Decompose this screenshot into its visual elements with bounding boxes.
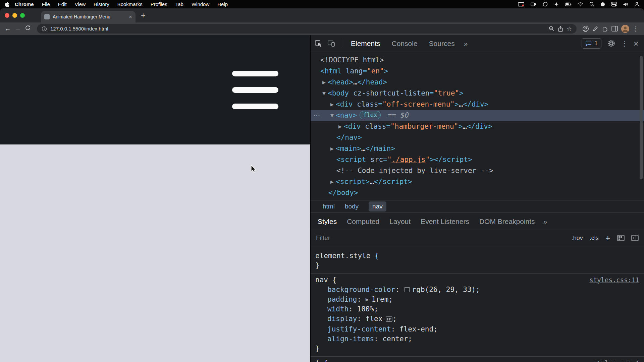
bookmark-star-icon[interactable]: ☆ [567,26,572,32]
hamburger-menu[interactable] [232,71,278,109]
css-property-name[interactable]: display [327,315,357,323]
close-window-button[interactable] [5,13,9,18]
css-property-value[interactable]: center [382,335,408,343]
expand-arrow-icon[interactable]: ▶ [328,176,336,187]
browser-menu-icon[interactable]: ⋮ [633,25,639,32]
fullscreen-window-button[interactable] [20,13,25,18]
dom-tree-row[interactable]: ▶<main>…</main> [311,143,644,154]
zoom-icon[interactable] [549,26,554,32]
search-icon[interactable] [589,2,594,7]
do-not-disturb-icon[interactable] [600,2,605,7]
menubar-item-tab[interactable]: Tab [175,1,183,7]
inspect-element-icon[interactable] [315,40,323,48]
dom-tree-row[interactable]: ▶<div class="hamburger-menu">…</div> [311,121,644,132]
apple-menu-icon[interactable] [5,2,9,7]
css-property-name[interactable]: padding [327,295,357,303]
device-toolbar-icon[interactable] [327,40,335,47]
tab-elements[interactable]: Elements [345,35,386,52]
tab-dom-breakpoints[interactable]: DOM Breakpoints [474,213,540,230]
screen-recording-icon[interactable] [518,2,525,7]
new-tab-button[interactable]: + [141,12,145,19]
dom-tree-row[interactable]: </body> [311,187,644,198]
control-center-icon[interactable] [611,2,617,7]
css-property-value[interactable]: flex-end [399,325,433,333]
flex-editor-icon[interactable] [386,315,392,324]
battery-icon[interactable] [565,2,572,6]
dom-tree-row[interactable]: ▶<div class="off-screen-menu">…</div> [311,99,644,110]
dom-tree-row[interactable]: <script src="./app.js"></script> [311,154,644,165]
tab-styles[interactable]: Styles [313,213,342,230]
expand-arrow-icon[interactable]: ▶ [336,121,344,132]
video-camera-icon[interactable] [531,2,537,7]
extensions-puzzle-icon[interactable] [602,25,608,32]
pencil-icon[interactable] [592,26,598,32]
css-property-value[interactable]: rgb(26, 29, 33) [412,286,476,294]
tab-console[interactable]: Console [386,35,423,52]
user-switch-icon[interactable] [634,2,639,7]
circle-app-icon[interactable] [543,2,548,7]
css-property-name[interactable]: align-items [327,335,374,343]
dom-tree-row[interactable]: ▶<head>…</head> [311,77,644,88]
css-property-name[interactable]: background-color [327,286,395,294]
css-property[interactable]: align-items: center; [315,334,639,344]
toggle-class-button[interactable]: .cls [590,235,599,242]
sparkle-icon[interactable] [554,2,559,7]
menubar-app-name[interactable]: Chrome [15,1,34,7]
menubar-item-profiles[interactable]: Profiles [151,1,167,7]
devtools-close-icon[interactable]: × [634,39,639,48]
css-property-value[interactable]: 1rem [372,295,389,303]
css-property[interactable]: width: 100%; [315,304,639,314]
toggle-hover-state-button[interactable]: :hov [572,235,583,242]
profile-circle-icon[interactable] [582,25,589,32]
settings-gear-icon[interactable] [607,40,615,47]
tab-layout[interactable]: Layout [384,213,416,230]
scrollbar-thumb[interactable] [640,56,643,179]
rendering-grid-icon[interactable] [617,235,625,241]
breadcrumb-nav[interactable]: nav [369,201,386,212]
dom-tree-row[interactable]: <html lang="en"> [311,66,644,77]
site-info-icon[interactable] [42,26,47,32]
css-property[interactable]: padding: ▶1rem; [315,295,639,304]
stylesheet-link[interactable]: styles.css:11 [589,275,639,285]
sidebar-toggle-icon[interactable] [631,235,639,241]
dom-tree-row[interactable]: ▼<body cz-shortcut-listen="true"> [311,88,644,99]
feedback-button[interactable]: 1 [582,38,601,49]
stylesheet-link[interactable]: styles.css:1 [593,358,639,362]
css-property-name[interactable]: justify-content [327,325,391,333]
forward-button[interactable]: → [13,25,23,33]
menubar-item-help[interactable]: Help [217,1,228,7]
css-property[interactable]: display: flex; [315,314,639,324]
css-property[interactable]: justify-content: flex-end; [315,324,639,334]
css-property-value[interactable]: flex [366,315,383,323]
breadcrumb-html[interactable]: html [323,203,335,210]
css-property-value[interactable]: 100% [357,305,374,313]
url-text[interactable]: 127.0.0.1:5500/index.html [50,26,545,32]
css-property[interactable]: background-color: rgb(26, 29, 33); [315,285,639,295]
new-style-rule-button[interactable]: + [605,234,610,242]
volume-icon[interactable] [623,2,628,7]
collapse-arrow-icon[interactable]: ▼ [320,88,328,99]
dom-tree-row[interactable]: ⋯▼<nav>flex == $0 [311,110,644,121]
menubar-item-file[interactable]: File [42,1,50,7]
flex-badge[interactable]: flex [360,111,381,119]
css-selector[interactable]: * [315,359,320,362]
minimize-window-button[interactable] [12,13,17,18]
dom-tree-row[interactable]: ▶<script>…</script> [311,176,644,187]
devtools-menu-icon[interactable]: ⋮ [621,40,628,48]
css-property-name[interactable]: width [327,305,348,313]
menubar-item-window[interactable]: Window [192,1,209,7]
breadcrumb-body[interactable]: body [345,203,359,210]
tab-close-icon[interactable]: × [129,14,132,20]
menubar-item-history[interactable]: History [94,1,109,7]
expand-arrow-icon[interactable]: ▶ [328,143,336,154]
expand-arrow-icon[interactable]: ▶ [328,99,336,110]
address-bar[interactable]: 127.0.0.1:5500/index.html ☆ [37,24,577,34]
reload-button[interactable] [23,25,33,33]
profile-avatar[interactable] [621,25,629,33]
row-menu-dots-icon[interactable]: ⋯ [313,110,320,121]
dom-tree-row[interactable]: <!-- Code injected by live-server --> [311,165,644,176]
filter-input[interactable]: Filter [316,234,565,242]
tab-computed[interactable]: Computed [342,213,384,230]
more-tabs-icon[interactable]: » [461,40,471,48]
more-styles-tabs-icon[interactable]: » [540,218,551,226]
